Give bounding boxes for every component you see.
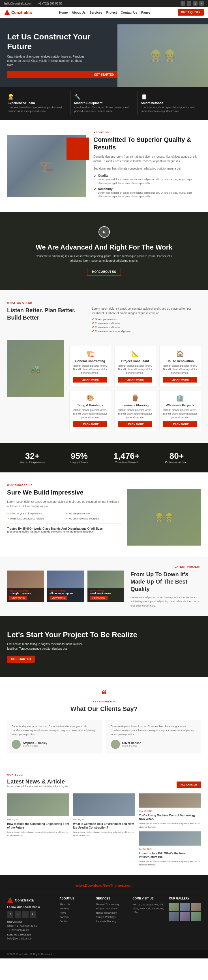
footer-link-news[interactable]: News xyxy=(60,912,91,914)
testi-title: What Our Clients Say? xyxy=(7,705,201,713)
service-card-5: 🏢 Wholesale Projects Blandit blandit pla… xyxy=(159,390,201,431)
stats-band: 32+ Years of Experience 95% Happy Client… xyxy=(0,443,208,473)
project-name-2: Steel Stack Tower xyxy=(90,592,122,595)
about-image: 🏗️ xyxy=(7,135,86,197)
news-card-2: Nov 15, 2021 You're Using Machine Contro… xyxy=(139,794,201,828)
nav-about[interactable]: About Us xyxy=(72,11,85,14)
footer-facebook[interactable]: f xyxy=(7,912,13,918)
feature-text-2: Cras interdum ullamcorper ultrices portt… xyxy=(141,106,200,113)
hero-section: Let Us Construct Your Future Cras interd… xyxy=(0,18,208,87)
testi-card-0: Donecile dapieus lorem from sit. Rhoncus… xyxy=(7,720,102,753)
phone-link[interactable]: +1 (702) 666 86 55 xyxy=(38,2,62,5)
trusted-text: Trusted By 25,000+ World-Class Brands An… xyxy=(7,527,103,530)
all-articles-button[interactable]: ALL ARTICLE xyxy=(176,781,201,788)
project-name-0: Triangle City Gate xyxy=(9,592,42,595)
main-nav: Conztrakta Home About Us Services Projec… xyxy=(0,7,208,18)
facebook-icon[interactable]: f xyxy=(181,1,185,6)
footer-col-gallery: Our Gallery xyxy=(169,897,201,942)
service-text-1: Blandit blandit placerat lorem. Blandit … xyxy=(118,364,152,375)
service-icon-0: 🏗️ xyxy=(73,350,107,358)
service-text-2: Blandit blandit placerat lorem. Blandit … xyxy=(163,364,197,375)
start-cta-button[interactable]: GET STARTED xyxy=(7,655,35,663)
more-about-button[interactable]: MORE ABOUT US xyxy=(87,268,121,276)
about-image-col: 🏗️ xyxy=(7,135,86,197)
about-quality-title: Quality xyxy=(98,174,201,177)
why-image: 👷👷‍♂️ xyxy=(128,489,201,546)
footer-link-careers[interactable]: Careers xyxy=(60,916,91,918)
start-cta-section: Let's Start Your Project To Be Realize E… xyxy=(0,616,208,677)
twitter-icon[interactable]: t xyxy=(187,1,191,6)
linkedin-icon[interactable]: in xyxy=(199,1,204,6)
about-reliability-title: Reliability xyxy=(98,187,201,191)
footer-service-2[interactable]: House Renovation xyxy=(96,912,128,914)
services-grid: 🏗️ General Contracting Blandit blandit p… xyxy=(69,340,201,431)
project-view-0[interactable]: VIEW MORE xyxy=(9,596,27,600)
nav-services[interactable]: Services xyxy=(90,11,102,14)
nav-home[interactable]: Home xyxy=(59,11,68,14)
news-section: OUR BLOG Latest News & Article Lorem ips… xyxy=(0,765,208,875)
social-icons: f t g in xyxy=(181,1,204,6)
footer-service-4[interactable]: Laminate Flooring xyxy=(96,920,128,923)
testi-role-0: Client, Porttitor xyxy=(23,745,47,747)
project-view-1[interactable]: VIEW MORE xyxy=(49,596,67,600)
news-headline-3[interactable]: Infrastructure Bill: What's the New Infr… xyxy=(139,851,201,859)
project-view-2[interactable]: VIEW MORE xyxy=(90,596,107,600)
about-image-overlay xyxy=(66,138,89,160)
footer-address: No. 12 Conztrakta Ave, 4th Floor, New Yo… xyxy=(132,903,164,915)
project-image-0: GREAT BUILDING Triangle City Gate VIEW M… xyxy=(7,571,44,602)
footer-twitter[interactable]: t xyxy=(15,912,21,918)
news-headline-2[interactable]: You're Using Machine Control Technology.… xyxy=(139,813,201,821)
service-card-1: 📐 Project Consultant Blandit blandit pla… xyxy=(114,346,156,387)
quote-button[interactable]: GET A QUOTE xyxy=(178,9,204,16)
service-title-1: Project Consultant xyxy=(118,359,152,363)
footer-service-3[interactable]: Tiling & Paintings xyxy=(96,916,128,918)
footer-link-services[interactable]: Services xyxy=(60,907,91,910)
methods-icon: 📋 xyxy=(141,94,200,100)
project-image-1: GREAT CENTER Hilton Super Sports VIEW MO… xyxy=(47,571,84,602)
service-learn-5[interactable]: LEARN MORE xyxy=(163,422,197,427)
logo[interactable]: Conztrakta xyxy=(4,10,32,15)
services-description: Lorem ipsum dolor sit amet, consectetur … xyxy=(92,307,201,316)
news-headline-0[interactable]: How to Build the Consulting Engineering … xyxy=(7,822,69,829)
cta-title: We Are Advanced And Right For The Work xyxy=(7,243,201,251)
gallery-thumb-5 xyxy=(191,912,201,921)
email-link[interactable]: hello@conztrakta.com xyxy=(4,2,32,5)
news-image-2 xyxy=(139,794,201,808)
nav-contact[interactable]: Contact Us xyxy=(121,11,137,14)
news-headline-1[interactable]: What is Common Data Environment and How … xyxy=(73,822,135,829)
nav-project[interactable]: Project xyxy=(106,11,117,14)
why-checks: Over 32 years of experience We are passi… xyxy=(7,512,122,520)
footer-service-0[interactable]: General Contracting xyxy=(96,903,128,906)
nav-links: Home About Us Services Project Contact U… xyxy=(59,11,151,14)
about-tag: ABOUT US xyxy=(93,131,201,134)
news-card-3: Oct 30, 2021 Infrastructure Bill: What's… xyxy=(139,831,201,866)
start-cta-text: Erat accum mollis tristique sagittis con… xyxy=(7,642,92,651)
footer-google[interactable]: g xyxy=(22,912,28,918)
service-text-3: Blandit blandit placerat lorem. Blandit … xyxy=(73,408,107,419)
stat-value-2: 1,476+ xyxy=(113,451,140,461)
about-description: Donecile dapieus lorem from sit habitant… xyxy=(93,154,201,164)
footer-service-1[interactable]: Project Consultant xyxy=(96,907,128,910)
about-content: ABOUT US Committed To Superior Quality &… xyxy=(93,131,201,200)
footer-linkedin[interactable]: in xyxy=(30,912,36,918)
play-button[interactable]: ▶ xyxy=(98,226,110,238)
feature-title-0: Experienced Team xyxy=(8,101,67,105)
about-reliability-text: Lorem ipsum dolor sit amet, consectetur … xyxy=(98,191,201,198)
service-learn-0[interactable]: LEARN MORE xyxy=(73,377,107,383)
service-icon-3: 🎨 xyxy=(73,395,107,402)
footer-link-about[interactable]: About Us xyxy=(60,903,91,906)
nav-pages[interactable]: Pages xyxy=(141,11,150,14)
footer-link-contact[interactable]: Contact xyxy=(60,920,91,923)
footer-download-link[interactable]: www.DownloadNewThemes.com xyxy=(76,883,133,888)
service-learn-1[interactable]: LEARN MORE xyxy=(118,377,152,383)
footer-gallery-title: Our Gallery xyxy=(169,897,201,900)
service-learn-2[interactable]: LEARN MORE xyxy=(163,377,197,383)
why-content: Sure We Build Impressive Lorem ipsum dol… xyxy=(7,489,122,533)
footer-services-title: Services xyxy=(96,897,128,900)
service-learn-3[interactable]: LEARN MORE xyxy=(73,422,107,427)
footer-bottom: © 2021 Conztrakta. All Rights Reserved. xyxy=(0,950,208,958)
testi-text-1: Donecile dapieus lorem from sit. Rhoncus… xyxy=(111,724,197,737)
service-learn-4[interactable]: LEARN MORE xyxy=(118,422,152,427)
google-icon[interactable]: g xyxy=(193,1,197,6)
stat-value-3: 80+ xyxy=(165,451,188,461)
